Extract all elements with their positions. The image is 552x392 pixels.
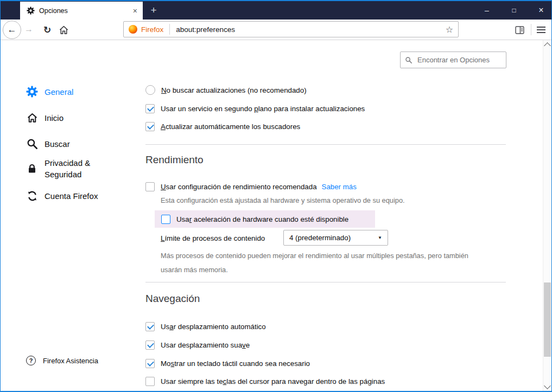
checkbox-background-service[interactable] [145, 104, 155, 113]
section-divider [145, 282, 506, 282]
scrollbar-thumb[interactable] [544, 282, 551, 357]
checkbox-row-background-service[interactable]: Usar un servicio en segundo plano para i… [145, 104, 365, 113]
preferences-page: General Inicio Buscar Privacidad & Segur… [1, 40, 551, 391]
checkbox-row-auto-update-search[interactable]: Actualizar automáticamente los buscadore… [145, 121, 300, 131]
checkbox-cursor-keys[interactable] [145, 377, 155, 386]
sidebar-item-buscar[interactable]: Buscar [26, 138, 70, 150]
sidebar-footer-help[interactable]: ? Firefox Asistencia [26, 356, 98, 365]
radio-row-no-updates[interactable]: No buscar actualizaciones (no recomendad… [145, 85, 307, 95]
sidebar-item-label: Privacidad & Seguridad [45, 157, 109, 180]
checkbox-row-cursor-keys[interactable]: Usar siempre las teclas del cursor para … [145, 376, 385, 386]
urlbar-separator [169, 24, 170, 35]
sidebar-toggle-icon[interactable] [513, 23, 526, 36]
checkbox-row-hardware-acceleration[interactable]: Usar aceleración de hardware cuando esté… [161, 214, 348, 224]
preferences-search[interactable] [400, 52, 506, 68]
chevron-down-icon: ▼ [378, 235, 382, 240]
home-button[interactable] [57, 23, 70, 36]
checkbox-row-auto-scroll[interactable]: Usar desplazamiento automático [145, 322, 266, 331]
tab-close-icon[interactable]: × [133, 7, 137, 15]
section-title-rendimiento: Rendimiento [145, 154, 204, 166]
section-title-navegacion: Navegación [145, 293, 200, 305]
bookmark-star-icon[interactable]: ☆ [446, 24, 453, 35]
gear-icon [26, 86, 38, 98]
url-text[interactable]: about:preferences [176, 25, 235, 34]
sidebar-item-privacidad-seguridad[interactable]: Privacidad & Seguridad [26, 157, 109, 180]
tab-title: Opciones [39, 7, 133, 15]
checkbox-auto-update-search[interactable] [145, 122, 155, 131]
checkbox-smooth-scroll[interactable] [145, 340, 155, 350]
sidebar-item-label: General [45, 86, 73, 98]
process-note-line2: usarán más memoria. [161, 266, 228, 274]
checkbox-touch-keyboard[interactable] [145, 359, 155, 368]
forward-button: → [23, 24, 34, 35]
sidebar-item-cuenta-firefox[interactable]: Cuenta Firefox [26, 190, 98, 202]
checkbox-hardware-acceleration[interactable] [161, 215, 170, 224]
help-label: Firefox Asistencia [43, 357, 98, 365]
home-icon [26, 112, 38, 124]
reload-button[interactable]: ↻ [40, 23, 54, 37]
process-note-line1: Más procesos de contenido pueden mejorar… [161, 252, 468, 260]
help-icon: ? [26, 356, 36, 365]
sync-icon [26, 190, 38, 202]
process-limit-row: Límite de procesos de contenido [161, 233, 265, 243]
radio-no-updates[interactable] [145, 85, 155, 95]
process-limit-dropdown[interactable]: 4 (predeterminado) ▼ [283, 230, 388, 246]
gear-icon [27, 7, 35, 15]
performance-description: Esta configuración está ajustada al hard… [161, 196, 405, 205]
search-input[interactable] [416, 55, 514, 65]
checkbox-row-smooth-scroll[interactable]: Usar desplazamiento suave [145, 340, 250, 350]
window-border-left [0, 0, 1, 392]
checkbox-row-recommended-performance[interactable]: Usar configuración de rendimiento recome… [145, 182, 357, 191]
nav-toolbar: ← → ↻ Firefox about:preferences ☆ [1, 20, 551, 40]
section-divider [145, 144, 506, 145]
search-icon [26, 138, 38, 150]
titlebar: Opciones × + – □ × [0, 1, 552, 20]
toolbar-separator [531, 24, 531, 35]
checkbox-auto-scroll[interactable] [145, 322, 155, 331]
menu-hamburger-icon[interactable] [535, 24, 548, 35]
window-border-top [0, 0, 552, 1]
sidebar-item-inicio[interactable]: Inicio [26, 112, 64, 124]
maximize-button[interactable]: □ [502, 1, 526, 19]
checkbox-row-touch-keyboard[interactable]: Mostrar un teclado táctil cuando sea nec… [145, 358, 310, 368]
close-button[interactable]: × [529, 1, 552, 19]
learn-more-link[interactable]: Saber más [322, 183, 357, 191]
lock-icon [26, 163, 38, 175]
dropdown-selected-value: 4 (predeterminado) [289, 234, 351, 242]
search-icon [405, 56, 413, 64]
sidebar-item-general[interactable]: General [26, 86, 73, 98]
sidebar-item-label: Inicio [45, 112, 64, 124]
urlbar-brand-label: Firefox [141, 25, 163, 34]
url-bar[interactable]: Firefox about:preferences ☆ [123, 21, 459, 37]
checkbox-recommended-performance[interactable] [145, 182, 155, 191]
tab-opciones[interactable]: Opciones × [20, 2, 143, 20]
minimize-button[interactable]: – [475, 1, 499, 19]
sidebar-item-label: Buscar [45, 138, 70, 150]
firefox-logo-icon [129, 25, 137, 34]
back-button[interactable]: ← [3, 21, 21, 39]
new-tab-button[interactable]: + [147, 3, 161, 17]
sidebar-item-label: Cuenta Firefox [45, 190, 98, 202]
